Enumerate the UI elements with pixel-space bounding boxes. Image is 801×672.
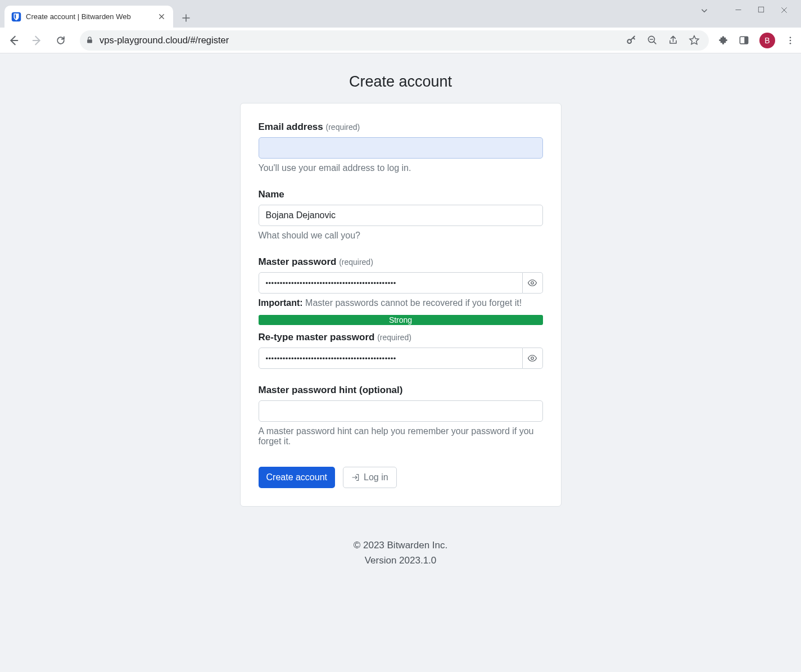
svg-point-8: [790, 39, 791, 41]
window-minimize-icon[interactable]: [734, 6, 743, 16]
svg-point-7: [790, 37, 791, 38]
reload-button[interactable]: [51, 30, 71, 51]
url-text: vps-playground.cloud/#/register: [99, 35, 620, 46]
svg-point-10: [531, 282, 534, 285]
name-group: Name What should we call you?: [259, 189, 543, 241]
bitwarden-favicon-icon: [11, 12, 21, 22]
create-account-label: Create account: [266, 472, 328, 482]
zoom-out-icon[interactable]: [647, 35, 658, 46]
email-required: (required): [326, 123, 360, 132]
tab-close-icon[interactable]: [156, 12, 166, 22]
button-row: Create account Log in: [259, 467, 543, 488]
login-icon: [351, 473, 360, 482]
master-password-required: (required): [339, 258, 373, 267]
key-icon[interactable]: [626, 35, 637, 46]
master-password-label: Master password (required): [259, 256, 543, 268]
menu-icon[interactable]: [785, 35, 795, 46]
email-label-text: Email address: [259, 121, 323, 132]
page-content: Create account Email address (required) …: [0, 53, 801, 672]
page-footer: © 2023 Bitwarden Inc. Version 2023.1.0: [354, 538, 448, 590]
master-password-hint-text: Master passwords cannot be recovered if …: [303, 298, 522, 308]
address-bar[interactable]: vps-playground.cloud/#/register: [80, 30, 709, 51]
email-group: Email address (required) You'll use your…: [259, 121, 543, 173]
create-account-button[interactable]: Create account: [259, 467, 336, 488]
page-title: Create account: [349, 73, 452, 91]
tab-strip: Create account | Bitwarden Web: [0, 0, 801, 28]
master-password-label-text: Master password: [259, 256, 337, 267]
sidepanel-icon[interactable]: [739, 35, 749, 46]
bookmark-star-icon[interactable]: [689, 35, 700, 46]
retype-password-field[interactable]: [259, 348, 523, 369]
browser-tab[interactable]: Create account | Bitwarden Web: [4, 6, 173, 28]
browser-toolbar: vps-playground.cloud/#/register B: [0, 28, 801, 53]
pwhint-group: Master password hint (optional) A master…: [259, 385, 543, 447]
svg-rect-2: [87, 39, 92, 43]
name-hint: What should we call you?: [259, 231, 543, 241]
master-password-important: Important:: [259, 298, 303, 308]
window-close-icon[interactable]: [780, 6, 789, 16]
lock-icon: [85, 36, 94, 44]
retype-label-text: Re-type master password: [259, 332, 375, 342]
email-label: Email address (required): [259, 121, 543, 133]
password-strength-bar: Strong: [259, 315, 543, 325]
email-field[interactable]: [259, 137, 543, 159]
footer-version: Version 2023.1.0: [354, 553, 448, 568]
login-label: Log in: [364, 472, 388, 482]
tab-title: Create account | Bitwarden Web: [26, 12, 152, 21]
tab-search-icon[interactable]: [699, 6, 709, 16]
svg-rect-1: [758, 7, 763, 12]
share-icon[interactable]: [668, 35, 678, 46]
window-maximize-icon[interactable]: [757, 6, 765, 16]
login-button[interactable]: Log in: [343, 467, 397, 488]
retype-required: (required): [377, 333, 411, 342]
new-tab-button[interactable]: [181, 13, 191, 23]
toggle-password-visibility-icon[interactable]: [523, 272, 542, 294]
pwhint-label: Master password hint (optional): [259, 385, 543, 396]
master-password-field[interactable]: [259, 272, 523, 294]
master-password-hint: Important: Master passwords cannot be re…: [259, 298, 543, 308]
back-button[interactable]: [3, 30, 24, 51]
toggle-retype-visibility-icon[interactable]: [523, 348, 542, 369]
retype-label: Re-type master password (required): [259, 332, 543, 343]
pwhint-hint: A master password hint can help you reme…: [259, 426, 543, 447]
email-hint: You'll use your email address to log in.: [259, 163, 543, 173]
extensions-icon[interactable]: [718, 35, 728, 46]
svg-point-11: [531, 357, 534, 360]
svg-rect-6: [744, 37, 748, 44]
name-label: Name: [259, 189, 543, 200]
svg-point-9: [790, 42, 791, 44]
pwhint-field[interactable]: [259, 400, 543, 422]
name-field[interactable]: [259, 205, 543, 226]
register-card: Email address (required) You'll use your…: [240, 103, 562, 507]
retype-group: Re-type master password (required): [259, 332, 543, 369]
footer-copyright: © 2023 Bitwarden Inc.: [354, 538, 448, 553]
master-password-group: Master password (required) Important: Ma…: [259, 256, 543, 308]
forward-button[interactable]: [27, 30, 47, 51]
profile-avatar[interactable]: B: [759, 33, 775, 48]
